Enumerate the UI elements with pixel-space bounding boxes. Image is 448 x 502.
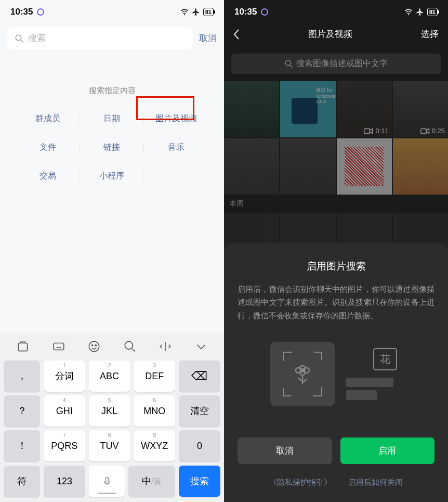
status-bar: 10:35 81	[0, 0, 224, 22]
wifi-icon	[404, 8, 413, 16]
svg-line-18	[290, 65, 292, 67]
cursor-icon[interactable]	[159, 340, 172, 353]
modal-buttons: 取消 启用	[238, 437, 434, 464]
svg-line-13	[132, 349, 135, 351]
modal-title: 启用图片搜索	[238, 260, 434, 273]
category-miniprogram[interactable]: 小程序	[80, 168, 144, 185]
svg-rect-3	[19, 343, 28, 351]
key-language[interactable]: 中/英	[128, 466, 175, 497]
thumbnail[interactable]: 0:25	[393, 81, 448, 137]
section-label: 本周	[224, 195, 448, 213]
cancel-button[interactable]: 取消	[199, 32, 217, 44]
modal-sheet: 启用图片搜索 启用后，微信会识别你聊天中的图片，你可以通过图像描述或图中文字来搜…	[224, 243, 448, 503]
battery-icon: 81	[203, 8, 214, 16]
cancel-button[interactable]: 取消	[238, 437, 332, 464]
keyboard-bottom-row: 符 123 中/英 搜索	[0, 466, 224, 502]
illustration-scan-card	[270, 342, 335, 406]
status-dot-icon	[261, 8, 268, 16]
svg-rect-4	[54, 343, 64, 350]
thumbnail[interactable]	[224, 81, 279, 137]
svg-rect-20	[420, 128, 426, 133]
status-icons: 81	[180, 8, 214, 16]
key-5[interactable]: 5JKL	[89, 395, 130, 427]
airplane-icon	[416, 8, 424, 16]
thumbnail[interactable]	[393, 138, 448, 195]
key-clear[interactable]: 清空	[179, 395, 220, 427]
category-date[interactable]: 日期	[80, 110, 144, 127]
back-icon[interactable]	[233, 29, 240, 40]
svg-rect-15	[106, 478, 108, 482]
key-comma[interactable]: ，	[4, 361, 40, 392]
keyboard-grid: ， 1分词 2ABC 3DEF ⌫ ？ 4GHI 5JKL 6MNO 清空 ！ …	[0, 361, 224, 466]
select-button[interactable]: 选择	[421, 28, 439, 40]
key-search[interactable]: 搜索	[179, 466, 220, 497]
howto-link[interactable]: 启用后如何关闭	[348, 478, 403, 487]
enable-button[interactable]: 启用	[340, 437, 435, 464]
thumbnail[interactable]: 微信 for Windows 3.6.0	[280, 81, 335, 137]
search-icon	[284, 59, 293, 68]
key-space[interactable]	[89, 466, 125, 497]
modal-links: 《隐私保护指引》 启用后如何关闭	[238, 478, 434, 487]
status-bar: 10:35 81	[224, 0, 448, 22]
left-screen: 10:35 81 搜索 取消 搜索指定内容 群成员 日期 图片及视频 文件 链接…	[0, 0, 224, 502]
key-1[interactable]: 1分词	[44, 361, 85, 392]
category-media[interactable]: 图片及视频	[144, 110, 208, 127]
key-numbers[interactable]: 123	[44, 466, 85, 497]
thumbnail[interactable]: 0:11	[337, 81, 392, 137]
status-time: 10:35	[234, 7, 268, 17]
key-4[interactable]: 4GHI	[44, 395, 85, 427]
svg-point-1	[16, 35, 21, 41]
keyboard-toolbar	[0, 332, 224, 361]
video-icon	[420, 127, 430, 135]
status-icons: 81	[404, 8, 438, 16]
category-members[interactable]: 群成员	[16, 110, 80, 127]
key-7[interactable]: 7PQRS	[44, 430, 85, 461]
clipboard-icon[interactable]	[16, 340, 30, 353]
key-8[interactable]: 8TUV	[89, 430, 130, 461]
privacy-link[interactable]: 《隐私保护指引》	[269, 478, 332, 487]
search-tool-icon[interactable]	[123, 340, 137, 353]
clock-text: 10:35	[10, 7, 33, 17]
status-dot-icon	[37, 8, 44, 16]
key-6[interactable]: 6MNO	[134, 395, 175, 427]
key-backspace[interactable]: ⌫	[179, 361, 220, 392]
search-row: 搜索 取消	[0, 22, 224, 55]
category-music[interactable]: 音乐	[144, 139, 208, 156]
svg-point-11	[95, 345, 96, 346]
emoji-icon[interactable]	[87, 340, 101, 353]
category-files[interactable]: 文件	[16, 139, 80, 156]
svg-point-12	[125, 341, 133, 349]
key-symbols[interactable]: 符	[4, 466, 40, 497]
keyboard-layout-icon[interactable]	[52, 340, 65, 353]
key-3[interactable]: 3DEF	[134, 361, 175, 392]
svg-line-2	[21, 40, 23, 43]
airplane-icon	[192, 8, 200, 16]
thumbnail[interactable]	[224, 138, 279, 195]
keyboard: ， 1分词 2ABC 3DEF ⌫ ？ 4GHI 5JKL 6MNO 清空 ！ …	[0, 332, 224, 502]
right-screen: 10:35 81 图片及视频 选择 搜索图像描述或图中文字 微信 for Win…	[224, 0, 448, 502]
key-exclaim[interactable]: ！	[4, 430, 40, 461]
status-time: 10:35	[10, 7, 44, 17]
clock-text: 10:35	[234, 7, 257, 17]
search-input[interactable]: 搜索图像描述或图中文字	[231, 54, 441, 74]
collapse-icon[interactable]	[194, 340, 208, 353]
video-icon	[364, 127, 373, 135]
key-question[interactable]: ？	[4, 395, 40, 427]
battery-icon: 81	[427, 8, 438, 16]
category-transactions[interactable]: 交易	[16, 168, 80, 185]
page-title: 图片及视频	[308, 28, 352, 40]
thumbnail[interactable]	[337, 138, 392, 195]
category-links[interactable]: 链接	[80, 139, 144, 156]
key-9[interactable]: 9WXYZ	[134, 430, 175, 461]
wifi-icon	[180, 8, 189, 16]
flower-icon	[292, 361, 313, 385]
key-zero[interactable]: 0	[179, 430, 220, 461]
thumbnail[interactable]	[280, 138, 335, 195]
search-placeholder: 搜索图像描述或图中文字	[296, 58, 388, 69]
svg-point-9	[89, 341, 100, 352]
category-grid: 群成员 日期 图片及视频 文件 链接 音乐 交易 小程序	[0, 110, 224, 185]
illustration-result-card: 花	[346, 348, 402, 400]
search-input[interactable]: 搜索	[7, 27, 193, 49]
key-2[interactable]: 2ABC	[89, 361, 130, 392]
gallery-grid: 微信 for Windows 3.6.0 0:11 0:25	[224, 81, 448, 195]
